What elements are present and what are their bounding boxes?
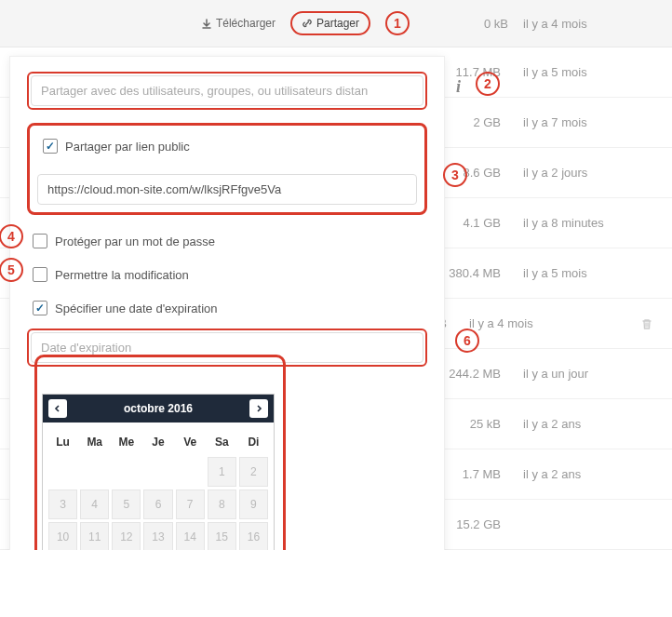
prev-month-button[interactable] [48, 399, 67, 418]
trash-icon[interactable] [640, 317, 653, 330]
public-link-label: Partager par lien public [65, 140, 190, 154]
annotation-6: 6 [455, 329, 479, 353]
file-date: il y a 2 ans [523, 417, 653, 431]
expire-checkbox[interactable] [33, 301, 47, 315]
day-cell: 5 [112, 490, 141, 519]
file-date: il y a 5 mois [523, 266, 653, 280]
password-label: Protéger par un mot de passe [55, 235, 215, 248]
dow-label: Me [112, 430, 141, 454]
datepicker-header: octobre 2016 [43, 395, 274, 423]
expire-label: Spécifier une date d'expiration [55, 302, 217, 315]
day-cell: 8 [208, 490, 236, 519]
file-date: il y a un jour [523, 367, 653, 381]
share-panel: i 2 Partager par lien public 3 4 Protége… [9, 56, 445, 550]
dow-label: Lu [48, 430, 77, 454]
file-date: il y a 4 mois [523, 17, 653, 31]
download-icon [201, 19, 212, 30]
expire-row: Spécifier une date d'expiration [27, 295, 427, 321]
password-checkbox[interactable] [33, 234, 47, 248]
file-date: il y a 8 minutes [523, 216, 653, 230]
day-cell: 2 [239, 457, 268, 487]
annotation-1: 1 [385, 11, 410, 35]
download-label: Télécharger [216, 17, 276, 30]
datepicker: octobre 2016 LuMaMeJeVeSaDi1234567891011… [42, 394, 275, 550]
file-size: 0 kB [424, 17, 508, 31]
day-cell: 10 [48, 522, 77, 550]
public-link-group: Partager par lien public 3 [27, 123, 427, 215]
day-cell: 6 [143, 490, 172, 519]
annotation-4: 4 [0, 224, 23, 248]
link-icon [302, 18, 313, 29]
day-cell: 4 [80, 490, 109, 519]
allow-edit-row: 5 Permettre la modification [27, 262, 427, 288]
file-date: il y a 2 jours [523, 166, 653, 180]
dow-label: Ve [176, 430, 205, 454]
toolbar: Télécharger Partager 1 0 kB il y a 4 moi… [0, 0, 672, 47]
day-cell: 11 [80, 522, 109, 550]
day-cell: 14 [176, 522, 205, 550]
day-cell: 16 [239, 522, 268, 550]
share-button[interactable]: Partager [290, 11, 370, 35]
day-cell: 1 [208, 457, 236, 487]
info-icon[interactable]: i [456, 77, 461, 97]
share-label: Partager [316, 17, 359, 30]
annotation-5: 5 [0, 258, 23, 282]
file-date: il y a 2 ans [523, 467, 653, 481]
datepicker-grid: LuMaMeJeVeSaDi12345678910111213141516171… [43, 423, 274, 550]
dow-label: Je [143, 430, 172, 454]
file-date: il y a 5 mois [523, 65, 653, 79]
annotation-2: 2 [476, 72, 500, 96]
next-month-button[interactable] [249, 399, 268, 418]
public-link-input[interactable] [37, 174, 417, 205]
public-link-checkbox[interactable] [43, 139, 58, 154]
download-button[interactable]: Télécharger [201, 17, 276, 30]
allow-edit-checkbox[interactable] [33, 267, 47, 282]
share-search-input[interactable] [31, 75, 423, 106]
day-cell: 12 [112, 522, 141, 550]
file-date: il y a 7 mois [523, 115, 653, 129]
day-cell: 3 [48, 490, 77, 519]
day-cell: 15 [208, 522, 236, 550]
dow-label: Sa [208, 430, 236, 454]
day-cell: 7 [176, 490, 205, 519]
file-date: il y a 4 mois [469, 316, 599, 330]
day-cell: 13 [143, 522, 172, 550]
expire-input[interactable] [31, 332, 423, 363]
dow-label: Ma [80, 430, 109, 454]
annotation-3: 3 [443, 163, 467, 187]
datepicker-title: octobre 2016 [124, 402, 193, 415]
dow-label: Di [239, 430, 268, 454]
allow-edit-label: Permettre la modification [55, 268, 189, 282]
day-cell: 9 [239, 490, 268, 519]
password-row: 4 Protéger par un mot de passe [27, 228, 427, 254]
